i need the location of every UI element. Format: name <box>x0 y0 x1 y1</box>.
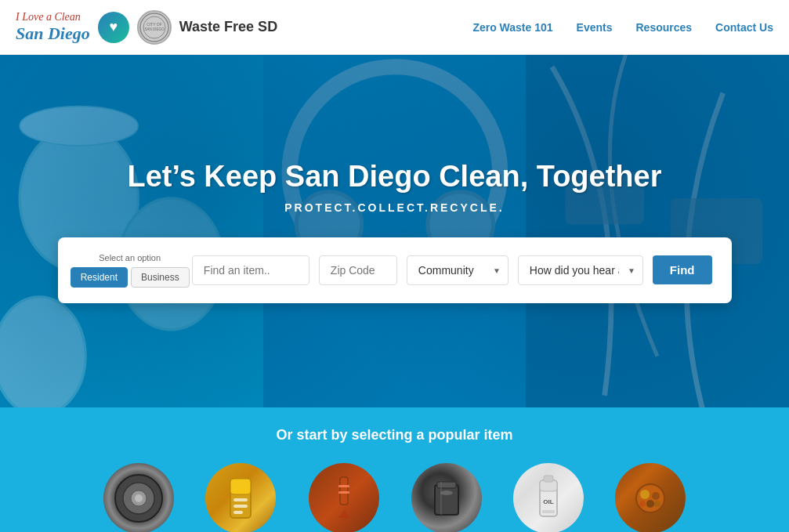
option-select-label: Select an option <box>99 253 161 262</box>
hero-subtitle: PROTECT.COLLECT.RECYCLE. <box>127 201 661 214</box>
svg-rect-21 <box>233 511 243 514</box>
search-box: Select an option Resident Business Commu… <box>58 237 732 303</box>
hear-about-select-wrapper: How did you hear abou… Google Social Med… <box>518 255 643 285</box>
resident-button[interactable]: Resident <box>71 267 128 288</box>
hero-section: Let’s Keep San Diego Clean, Together PRO… <box>0 55 789 407</box>
needles-icon <box>309 463 379 532</box>
svg-rect-25 <box>338 491 349 494</box>
svg-point-39 <box>639 501 646 507</box>
svg-rect-32 <box>544 476 553 482</box>
logo-line2: San Diego <box>16 24 90 44</box>
svg-point-38 <box>646 500 654 508</box>
find-item-input[interactable] <box>192 255 309 285</box>
header-logo-group: I Love a Clean San Diego ♥ CITY OF SAN D… <box>16 10 277 45</box>
usedmotoroil-icon: OIL <box>513 463 584 532</box>
svg-rect-18 <box>230 479 251 494</box>
community-select[interactable]: Community All Communities Downtown North… <box>407 255 509 285</box>
popular-item-needles[interactable]: Needles/Sharps <box>307 463 380 532</box>
svg-rect-27 <box>437 482 456 488</box>
hero-content: Let’s Keep San Diego Clean, Together PRO… <box>111 160 677 214</box>
svg-point-36 <box>640 490 650 499</box>
nav-resources[interactable]: Resources <box>636 21 693 34</box>
nav-zero-waste[interactable]: Zero Waste 101 <box>472 21 552 34</box>
svg-rect-19 <box>233 498 248 501</box>
svg-marker-23 <box>338 510 349 518</box>
svg-point-37 <box>652 492 660 500</box>
zip-code-input[interactable] <box>319 255 397 285</box>
hero-title: Let’s Keep San Diego Clean, Together <box>127 160 661 194</box>
nav-events[interactable]: Events <box>577 21 613 34</box>
option-buttons: Resident Business <box>71 267 190 288</box>
svg-rect-34 <box>542 510 555 513</box>
svg-point-40 <box>654 501 661 507</box>
svg-rect-20 <box>233 505 248 508</box>
logo-text: I Love a Clean San Diego <box>16 11 90 44</box>
logo-heart-icon: ♥ <box>98 12 129 43</box>
svg-rect-22 <box>340 477 348 505</box>
nav-contact[interactable]: Contact Us <box>715 21 773 34</box>
business-button[interactable]: Business <box>131 267 190 288</box>
site-header: I Love a Clean San Diego ♥ CITY OF SAN D… <box>0 0 789 55</box>
option-select-group: Select an option Resident Business <box>78 253 183 288</box>
logo-line1: I Love a Clean <box>16 11 90 24</box>
popular-items-list: Tires Medications <box>16 463 773 532</box>
popular-item-food[interactable]: Food <box>615 463 686 532</box>
hero-overlay <box>0 55 789 407</box>
svg-text:CITY OF: CITY OF <box>147 22 162 27</box>
popular-item-usedmotoroil[interactable]: OIL Used Motor Oil <box>513 463 584 532</box>
popular-items-section: Or start by selecting a popular item Tir… <box>0 407 789 532</box>
tires-icon <box>103 463 174 532</box>
popular-item-tires[interactable]: Tires <box>103 463 174 532</box>
find-button[interactable]: Find <box>653 255 712 284</box>
svg-rect-24 <box>338 485 349 487</box>
svg-point-29 <box>440 490 453 495</box>
popular-section-title: Or start by selecting a popular item <box>16 427 773 443</box>
svg-point-35 <box>636 484 664 512</box>
svg-text:OIL: OIL <box>543 498 553 505</box>
svg-rect-26 <box>435 485 458 515</box>
community-select-wrapper: Community All Communities Downtown North… <box>407 255 509 285</box>
svg-point-16 <box>135 494 143 502</box>
site-title: Waste Free SD <box>179 19 277 35</box>
popular-item-medications[interactable]: Medications <box>205 463 276 532</box>
svg-text:SAN DIEGO: SAN DIEGO <box>144 27 165 31</box>
city-seal-icon: CITY OF SAN DIEGO <box>137 10 172 45</box>
food-icon <box>615 463 686 532</box>
main-navigation: Zero Waste 101 Events Resources Contact … <box>472 21 773 34</box>
paint-icon <box>411 463 482 532</box>
hear-about-select[interactable]: How did you hear abou… Google Social Med… <box>518 255 643 285</box>
medications-icon <box>205 463 276 532</box>
popular-item-paint[interactable]: Paint <box>411 463 482 532</box>
